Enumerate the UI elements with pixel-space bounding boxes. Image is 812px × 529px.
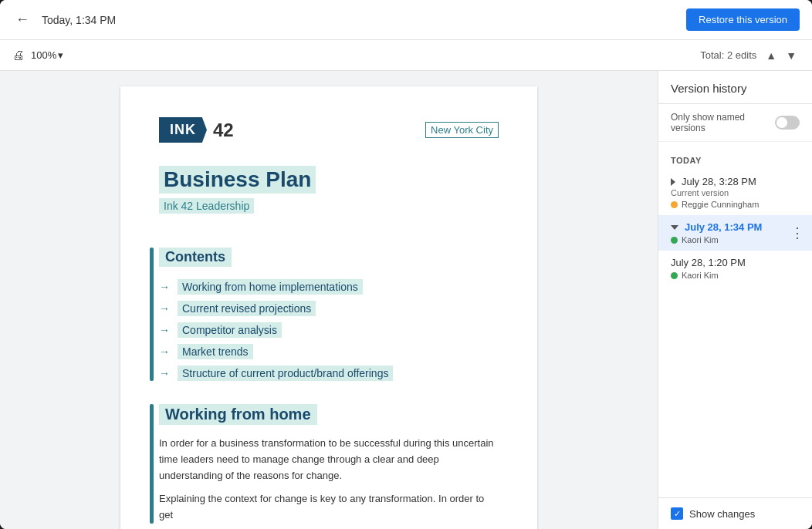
version-history-title: Version history [671,82,746,95]
doc-area: INK 42 New York City Business Plan Ink 4… [0,71,658,529]
contents-link-5[interactable]: Structure of current product/brand offer… [178,366,393,381]
version-item-1-user: Reggie Cunningham [671,200,800,209]
contents-link-4[interactable]: Market trends [178,344,253,359]
user-dot-3 [671,272,678,279]
logo-box: INK 42 [159,117,234,143]
arrow-icon-1: → [159,281,170,293]
contents-link-2[interactable]: Current revised projections [178,301,316,316]
wfh-title: Working from home [159,404,317,425]
business-plan-header: Business Plan Ink 42 Leadership [159,166,499,232]
contents-link-1[interactable]: Working from home implementations [178,279,363,295]
version-item-1-sublabel: Current version [671,188,800,197]
back-button[interactable]: ← [12,8,32,31]
named-versions-toggle[interactable] [775,116,800,130]
print-icon[interactable]: 🖨 [12,49,25,62]
version-item-2-user: Kaori Kim [671,235,800,244]
business-plan-title: Business Plan [159,166,316,194]
contents-item-1: → Working from home implementations [159,279,499,295]
contents-item-4: → Market trends [159,344,499,359]
logo-badge: INK [159,117,207,143]
wfh-para-1: In order for a business transformation t… [159,436,499,484]
top-bar: ← Today, 1:34 PM Restore this version [0,0,812,40]
version-item-2[interactable]: July 28, 1:34 PM Kaori Kim ⋮ [658,215,812,251]
toolbar: 🖨 100% ▾ Total: 2 edits ▲ ▼ [0,40,812,71]
user-name-1: Reggie Cunningham [682,200,759,209]
version-item-3[interactable]: July 28, 1:20 PM Kaori Kim [658,251,812,286]
contents-item-2: → Current revised projections [159,301,499,316]
top-bar-title: Today, 1:34 PM [42,14,677,26]
named-versions-label: Only show named versions [671,112,775,133]
show-changes-label: Show changes [689,508,755,520]
prev-edit-button[interactable]: ▲ [763,48,780,63]
wfh-para-2: Explaining the context for change is key… [159,491,499,524]
total-edits-section: Total: 2 edits ▲ ▼ [700,48,800,63]
teal-accent-wfh [150,404,154,524]
arrow-icon-3: → [159,324,170,336]
arrow-icon-2: → [159,302,170,315]
arrow-icon-5: → [159,367,170,379]
version-history-panel: Version history Only show named versions… [658,71,812,529]
contents-section: Contents → Working from home implementat… [159,248,499,381]
user-name-2: Kaori Kim [682,235,719,244]
zoom-chevron: ▾ [58,49,63,61]
expand-icon-1 [671,178,675,186]
version-list: TODAY July 28, 3:28 PM Current version R… [658,142,812,497]
show-changes-row: ✓ Show changes [658,497,812,529]
version-item-3-time: July 28, 1:20 PM [671,257,746,268]
teal-accent-contents [150,248,154,381]
user-dot-2 [671,237,678,244]
arrow-icon-4: → [159,345,170,358]
city-label: New York City [425,122,499,138]
contents-title: Contents [159,248,232,267]
expand-icon-2 [671,225,678,230]
contents-item-5: → Structure of current product/brand off… [159,366,499,381]
wfh-section: Working from home In order for a busines… [159,404,499,524]
version-item-2-header: July 28, 1:34 PM [671,221,800,233]
named-versions-row: Only show named versions [658,104,812,142]
contents-item-3: → Competitor analysis [159,322,499,338]
restore-version-button[interactable]: Restore this version [686,8,800,31]
contents-link-3[interactable]: Competitor analysis [178,322,282,338]
main-area: INK 42 New York City Business Plan Ink 4… [0,71,812,529]
version-date-group-today: TODAY [658,148,812,170]
version-item-2-time: July 28, 1:34 PM [685,221,762,233]
version-item-1-header: July 28, 3:28 PM [671,176,800,187]
version-item-2-menu[interactable]: ⋮ [790,224,804,241]
zoom-control[interactable]: 100% ▾ [31,49,63,61]
logo-number: 42 [213,120,234,141]
version-item-3-user: Kaori Kim [671,271,800,280]
next-edit-button[interactable]: ▼ [783,48,800,63]
business-plan-subtitle: Ink 42 Leadership [159,198,254,214]
version-item-3-header: July 28, 1:20 PM [671,257,800,268]
version-item-1-time: July 28, 3:28 PM [682,176,756,187]
today-label: TODAY [671,156,702,165]
zoom-value: 100% [31,49,56,61]
show-changes-checkbox[interactable]: ✓ [671,507,683,520]
logo-area: INK 42 New York City [159,117,499,143]
version-item-1[interactable]: July 28, 3:28 PM Current version Reggie … [658,170,812,215]
contents-list: → Working from home implementations → Cu… [159,279,499,381]
version-panel-header: Version history [658,71,812,104]
user-name-3: Kaori Kim [682,271,719,280]
nav-arrows: ▲ ▼ [763,48,800,63]
user-dot-1 [671,201,678,208]
checkmark-icon: ✓ [674,509,681,519]
doc-page: INK 42 New York City Business Plan Ink 4… [120,86,537,529]
total-edits-label: Total: 2 edits [700,49,756,61]
